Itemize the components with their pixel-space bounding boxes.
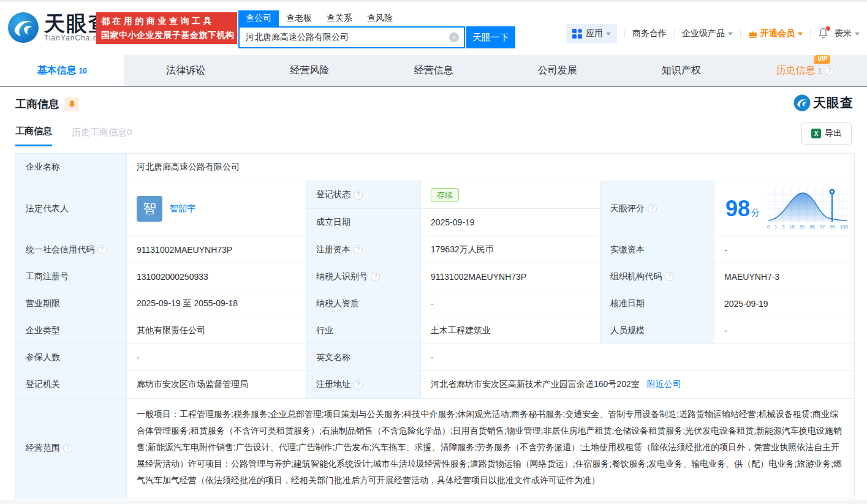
vip-badge: VIP — [814, 55, 830, 64]
export-button[interactable]: X 导出 — [801, 122, 852, 145]
field-value-paid-capital: - — [714, 236, 854, 263]
field-label-staff-size: 人员规模 — [600, 317, 714, 344]
user-menu[interactable]: 费米 — [835, 28, 860, 39]
open-vip-menu[interactable]: 开通会员 — [748, 28, 803, 39]
help-icon[interactable]: ? — [665, 272, 674, 281]
help-icon[interactable]: ? — [97, 245, 107, 254]
credit-code-label-text: 统一社会信用代码 — [26, 244, 94, 255]
search-area: 查公司 查老板 查关系 查风险 × 天眼一下 — [238, 10, 515, 48]
score-axis-ticks: 01 315 5085 9799 100 — [767, 224, 848, 230]
search-button[interactable]: 天眼一下 — [466, 26, 515, 48]
bell-icon — [68, 100, 76, 108]
tab-basic-info-label: 基本信息 — [37, 64, 76, 77]
business-cooperation-link[interactable]: 商务合作 — [632, 28, 667, 39]
watermark-brand-text: 天眼查 — [813, 94, 854, 111]
monitor-bell-button[interactable] — [64, 97, 79, 111]
field-label-paid-capital: 实缴资本 — [600, 236, 714, 263]
help-icon[interactable]: ? — [63, 444, 72, 453]
help-icon[interactable]: ? — [825, 66, 834, 75]
reg-address-label-text: 注册地址 — [316, 379, 350, 390]
tab-legal-proceedings[interactable]: 法律诉讼 — [124, 55, 248, 86]
chevron-down-icon — [798, 32, 803, 36]
field-label-legal-rep: 法定代表人 — [16, 181, 126, 236]
field-value-legal-rep: 智 智韶宇 — [127, 181, 306, 236]
nearby-companies-link[interactable]: 附近公司 — [647, 379, 681, 390]
field-label-credit-code: 统一社会信用代码 ? — [16, 236, 126, 263]
score-distribution-chart[interactable]: 01 315 5085 9799 100 — [767, 188, 848, 230]
status-badge: 存续 — [431, 188, 459, 202]
search-tab-risk[interactable]: 查风险 — [360, 10, 400, 26]
slogan-line2: 国家中小企业发展子基金旗下机构 — [101, 28, 232, 42]
apps-menu[interactable]: 应用 — [566, 24, 617, 43]
username: 费米 — [835, 28, 852, 39]
field-value-reg-address: 河北省廊坊市安次区高新技术产业园富余道160号202室 附近公司 — [421, 371, 854, 398]
tab-history-info[interactable]: VIP 历史信息 1 ? — [743, 55, 867, 86]
enterprise-products-label: 企业级产品 — [682, 28, 725, 39]
user-nav: 应用 商务合作 企业级产品 开通会员 费米 — [566, 24, 860, 43]
field-value-credit-code: 91131002MAEUYNH73P — [127, 236, 306, 263]
divider — [674, 29, 675, 38]
clear-search-icon[interactable]: × — [449, 32, 459, 42]
tab-operation-info-label: 经营信息 — [414, 64, 453, 77]
field-value-english-name: - — [421, 344, 854, 370]
tianyancha-logo-icon — [793, 94, 811, 111]
field-value-reg-authority: 廊坊市安次区市场监督管理局 — [127, 371, 306, 398]
enterprise-products-menu[interactable]: 企业级产品 — [682, 28, 733, 39]
subtab-history-business-info[interactable]: 历史工商信息0 — [72, 127, 132, 146]
search-input[interactable] — [238, 26, 465, 48]
score-curve — [767, 188, 848, 224]
search-tab-boss[interactable]: 查老板 — [279, 10, 319, 26]
tab-operation-info[interactable]: 经营信息 — [371, 55, 495, 86]
field-value-reg-number: 131002000250933 — [127, 263, 306, 290]
field-value-business-term: 2025-09-19 至 2055-09-18 — [127, 290, 306, 317]
tab-intellectual-property[interactable]: 知识产权 — [619, 55, 743, 86]
reg-address-text: 河北省廊坊市安次区高新技术产业园富余道160号202室 — [431, 379, 640, 390]
field-value-approval-date: 2025-09-19 — [714, 290, 854, 317]
search-tabs: 查公司 查老板 查关系 查风险 — [238, 10, 515, 26]
divider — [624, 29, 625, 38]
field-label-company-type: 企业类型 — [16, 317, 126, 344]
field-value-staff-size: - — [714, 317, 854, 344]
field-value-taxpayer-id: 91131002MAEUYNH73P — [421, 263, 600, 290]
tab-legal-proceedings-label: 法律诉讼 — [166, 64, 205, 77]
help-icon[interactable]: ? — [648, 204, 657, 213]
taxpayer-id-label-text: 纳税人识别号 — [316, 271, 368, 282]
reg-capital-label-text: 注册资本 — [316, 244, 350, 255]
tianyancha-logo[interactable]: 天眼查 TianYanCha.com — [7, 12, 110, 43]
field-label-reg-number: 工商注册号 — [16, 263, 126, 290]
field-value-reg-status: 存续 — [421, 181, 600, 208]
field-value-company-type: 其他有限责任公司 — [127, 317, 306, 344]
business-scope-label-text: 经营范围 — [26, 443, 60, 454]
subtab-business-info[interactable]: 工商信息 — [15, 126, 52, 146]
field-value-org-code: MAEUYNH7-3 — [714, 263, 854, 290]
field-value-reg-capital: 179632万人民币 — [421, 236, 600, 263]
field-value-establish-date: 2025-09-19 — [421, 209, 600, 236]
divider — [810, 29, 811, 38]
search-tab-company[interactable]: 查公司 — [238, 10, 279, 26]
tab-basic-info[interactable]: 基本信息 10 — [0, 55, 124, 86]
field-label-taxpayer-quality: 纳税人资质 — [306, 290, 420, 317]
field-label-english-name: 英文名称 — [306, 344, 420, 370]
field-value-industry: 土木工程建筑业 — [421, 317, 600, 344]
help-icon[interactable]: ? — [371, 272, 380, 281]
section-title: 工商信息 — [15, 97, 59, 111]
tab-operation-risk[interactable]: 经营风险 — [248, 55, 371, 86]
help-icon[interactable]: ? — [354, 380, 363, 389]
search-tab-relation[interactable]: 查关系 — [319, 10, 360, 26]
slogan-banner: 都在用的商业查询工具 国家中小企业发展子基金旗下机构 — [96, 12, 237, 44]
legal-rep-link[interactable]: 智韶宇 — [170, 203, 195, 214]
legal-rep-avatar[interactable]: 智 — [137, 196, 162, 222]
tab-company-development-label: 公司发展 — [538, 64, 577, 77]
help-icon[interactable]: ? — [354, 190, 363, 200]
field-value-insured: - — [127, 344, 306, 370]
org-code-label-text: 组织机构代码 — [610, 271, 662, 282]
notification-dot — [826, 26, 830, 31]
field-value-taxpayer-quality: - — [421, 290, 600, 317]
field-label-score: 天眼评分 ? — [600, 181, 714, 236]
tab-company-development[interactable]: 公司发展 — [496, 55, 619, 86]
export-label: 导出 — [825, 128, 842, 139]
help-icon[interactable]: ? — [354, 245, 363, 254]
notifications-button[interactable] — [818, 28, 828, 40]
tianyancha-logo-icon — [7, 12, 39, 43]
company-section-tabs: 基本信息 10 法律诉讼 经营风险 经营信息 公司发展 知识产权 VIP 历史信… — [0, 55, 867, 87]
